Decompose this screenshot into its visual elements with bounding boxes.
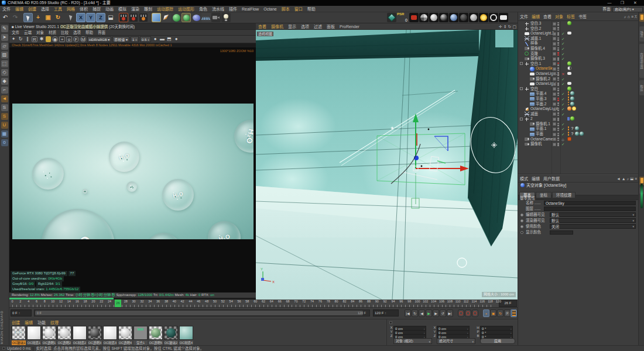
tree-row-平面.1[interactable]: 平面.1✓? <box>518 126 638 132</box>
am-menu-item-2[interactable]: 用户数据 <box>542 177 561 181</box>
tree-row-平面.4[interactable]: 平面.4✓ <box>518 91 638 97</box>
dock-tab-场次[interactable]: 场次 <box>639 26 644 42</box>
tree-row-空白.3[interactable]: 空白.3 <box>518 21 638 26</box>
teal-tag[interactable] <box>575 132 579 136</box>
menu-item-2[interactable]: 创建 <box>26 6 39 12</box>
greenball-tag[interactable] <box>567 61 571 66</box>
menu-item-12[interactable]: 运动跟踪 <box>155 6 176 12</box>
visibility-dots[interactable] <box>557 87 561 91</box>
lv-menu-item-7[interactable]: 界面 <box>95 30 108 35</box>
tree-row-平面.3[interactable]: 平面.3✓ <box>518 97 638 102</box>
menu-item-0[interactable]: 文件 <box>0 6 13 12</box>
last-tool-icon[interactable] <box>66 13 76 22</box>
material-OC透明2[interactable]: OC透明2 <box>57 326 71 345</box>
visibility-dots[interactable] <box>557 67 561 71</box>
tree-row-摄像机[interactable]: 摄像机✓ <box>518 142 638 147</box>
subdivision-surface-icon[interactable] <box>172 13 181 22</box>
menu-item-17[interactable]: RealFlow <box>239 6 261 12</box>
sound-toggle[interactable] <box>511 309 517 317</box>
am-menu-item-0[interactable]: 模式 <box>518 177 530 181</box>
visibility-dots[interactable] <box>557 32 561 36</box>
menu-item-9[interactable]: 模拟 <box>116 6 129 12</box>
layer-toggle[interactable] <box>553 128 556 131</box>
octane-resolution-icon[interactable] <box>419 13 429 22</box>
visibility-dots[interactable] <box>557 22 561 26</box>
om-menu-item-0[interactable]: 文件 <box>518 15 530 19</box>
octane-diffuse-material-icon[interactable] <box>429 13 439 22</box>
om-filter-icon[interactable]: ≡ <box>631 15 633 19</box>
visibility-dots[interactable] <box>557 137 561 142</box>
enable-toggle[interactable]: ✓ <box>561 37 566 41</box>
orange-tag[interactable] <box>567 91 570 95</box>
lv-speed-dropdown[interactable]: 原校速 ▾ <box>112 36 129 42</box>
layer-toggle[interactable] <box>553 112 556 116</box>
lv-stop-icon[interactable]: ✦ <box>11 36 16 42</box>
layer-toggle[interactable] <box>553 37 556 40</box>
camera-icon[interactable] <box>211 13 221 22</box>
material-OC透明4[interactable]: OC透明4 <box>118 326 132 345</box>
attr-tab-环境纹理[interactable]: 环境纹理 <box>552 192 576 198</box>
orange-tag[interactable] <box>567 132 570 136</box>
tree-row-摄像机.4[interactable]: 摄像机.4✓ <box>518 46 638 51</box>
lv-dot2-icon[interactable]: ● <box>173 36 179 42</box>
lv-pause-icon[interactable]: ∥ <box>25 36 30 42</box>
rotate-icon[interactable]: ↻ <box>53 13 63 22</box>
lv-lock-icon[interactable] <box>46 36 51 42</box>
greenball-tag[interactable] <box>570 116 574 121</box>
enable-toggle[interactable]: ⊹ <box>561 137 566 142</box>
layer-toggle[interactable] <box>553 137 556 141</box>
tree-row-样条[interactable]: 样条✓ <box>518 41 638 46</box>
material-OC材质4[interactable]: OC材质4 <box>179 326 193 345</box>
minimize-button[interactable]: — <box>603 0 616 6</box>
menu-item-6[interactable]: 体积 <box>77 6 90 12</box>
palette-texture-icon[interactable]: ▨ <box>1 51 8 58</box>
vp-menu-item-5[interactable]: 面板 <box>324 25 337 29</box>
visibility-dots[interactable] <box>557 142 561 146</box>
teal-tag[interactable] <box>575 126 579 130</box>
close-button[interactable]: ✕ <box>629 0 642 6</box>
layer-toggle[interactable] <box>553 102 556 106</box>
octane-specular-material-icon[interactable] <box>449 13 458 22</box>
timeline-ruler[interactable]: 26 F024681012141618202224262830323436384… <box>0 300 518 308</box>
record-keyframe-button[interactable] <box>458 309 464 317</box>
layer-toggle[interactable] <box>553 47 556 50</box>
menu-item-1[interactable]: 编辑 <box>13 6 26 12</box>
menu-item-19[interactable]: 脚本 <box>279 6 292 12</box>
material-OC材质3[interactable]: OC材质3 <box>103 326 117 345</box>
current-frame-box[interactable]: 26 F <box>499 300 517 307</box>
mm-menu-item-0[interactable]: 创建 <box>9 321 22 325</box>
tree-row-OctaneLight.1[interactable]: OctaneLight.1✕ <box>518 71 638 77</box>
octane-sun-icon[interactable] <box>479 13 488 22</box>
tree-row-空白[interactable]: -空白 <box>518 87 638 92</box>
am-search-icon[interactable]: ⌕ <box>627 177 629 181</box>
octag-tag[interactable] <box>567 137 571 141</box>
visibility-dots[interactable] <box>557 112 561 116</box>
vp-menu-item-0[interactable]: 查看 <box>256 25 269 29</box>
am-menu-item-1[interactable]: 编辑 <box>530 177 542 181</box>
generator-icon[interactable] <box>181 13 191 22</box>
menu-item-8[interactable]: 动画 <box>103 6 116 12</box>
lv-add-icon[interactable]: + <box>59 36 65 42</box>
visibility-dots[interactable] <box>557 92 561 96</box>
coord-mode-dropdown[interactable]: 对象 (相对) <box>393 338 432 344</box>
octane-liveviewer-icon[interactable] <box>387 13 396 22</box>
layer-toggle[interactable] <box>553 57 556 61</box>
tree-row-减面[interactable]: 减面✓ <box>518 112 638 117</box>
teal-tag[interactable] <box>580 132 584 136</box>
enable-toggle[interactable]: ✓ <box>561 77 566 81</box>
cycle-button[interactable]: ↺ <box>440 309 446 317</box>
question-tag[interactable]: ? <box>570 132 574 136</box>
layer-toggle[interactable] <box>553 27 556 30</box>
am-back-icon[interactable]: ◄ <box>616 177 621 181</box>
pill-tag[interactable] <box>567 72 571 75</box>
greenball-tag[interactable] <box>567 87 571 91</box>
scale-icon[interactable]: ▣ <box>43 13 53 22</box>
visibility-dots[interactable] <box>557 117 561 121</box>
lv-focus-icon[interactable]: ◉ <box>52 36 58 42</box>
material-混合1[interactable]: 混合1 <box>133 326 148 345</box>
vp-menu-item-1[interactable]: 摄像机 <box>269 25 286 29</box>
tree-row-摄像机.2[interactable]: 摄像机.2✓ <box>518 77 638 82</box>
attr-select-使用颜色[interactable]: 关闭 <box>550 224 636 229</box>
layer-toggle[interactable] <box>553 92 556 96</box>
vp-rotate-icon[interactable]: ↻ <box>508 25 512 29</box>
